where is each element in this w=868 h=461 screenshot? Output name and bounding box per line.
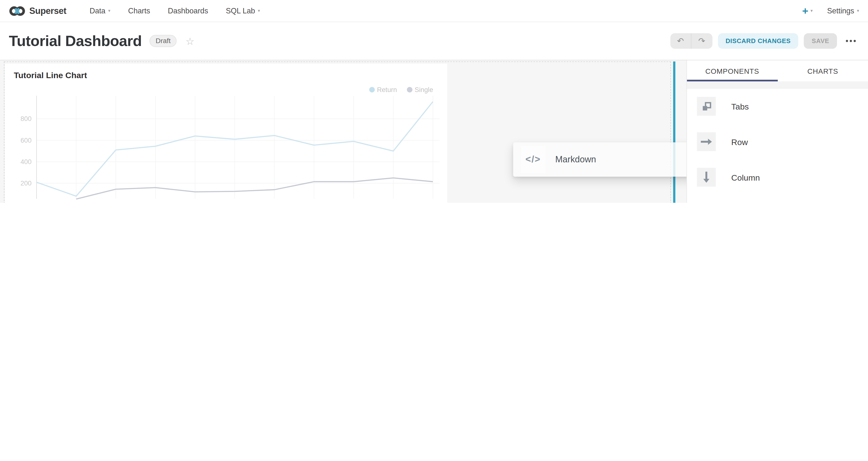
undo-button[interactable]: ↶	[670, 33, 691, 49]
drop-indicator-line	[673, 62, 675, 203]
navbar-right: + ▾ Settings ▾	[802, 6, 859, 16]
chevron-down-icon: ▾	[108, 8, 111, 13]
tab-components[interactable]: COMPONENTS	[687, 60, 777, 81]
sidebar-item-header[interactable]: HHeader	[687, 195, 868, 203]
dashboard-canvas: Tutorial Line Chart ReturnSingle 2004006…	[0, 60, 686, 203]
status-badge: Draft	[149, 35, 177, 47]
sidebar-item-column[interactable]: Column	[687, 159, 868, 195]
sidebar-divider-strip	[687, 81, 868, 89]
favorite-star-icon[interactable]: ☆	[186, 35, 195, 47]
redo-icon: ↷	[699, 36, 706, 46]
redo-button[interactable]: ↷	[691, 33, 712, 49]
line-chart: 200400600800FebruaryMarchAprilMayJuneJul…	[5, 64, 447, 203]
svg-text:800: 800	[21, 115, 32, 122]
builder-sidebar: COMPONENTSCHARTS TabsRowColumnHHeader</>…	[686, 60, 868, 203]
dragged-component-label: Markdown	[555, 155, 596, 164]
plus-icon: +	[802, 6, 808, 16]
brand-name: Superset	[29, 6, 66, 16]
tabs-icon	[697, 97, 716, 116]
svg-text:600: 600	[21, 136, 32, 144]
dashboard-row-1[interactable]: Tutorial Line Chart ReturnSingle 2004006…	[4, 62, 671, 203]
sidebar-item-row[interactable]: Row	[687, 124, 868, 160]
nav-item-dashboards[interactable]: Dashboards	[159, 0, 217, 22]
top-navbar: Superset Data▾ChartsDashboardsSQL Lab▾ +…	[0, 0, 868, 22]
chevron-down-icon: ▾	[857, 8, 859, 13]
nav-item-label: Charts	[128, 7, 150, 15]
markdown-icon: </>	[521, 146, 545, 173]
add-new-button[interactable]: + ▾	[802, 6, 813, 16]
svg-text:400: 400	[21, 158, 32, 165]
nav-item-sql-lab[interactable]: SQL Lab▾	[217, 0, 269, 22]
page-title[interactable]: Tutorial Dashboard	[9, 32, 142, 50]
sidebar-item-label: Tabs	[731, 101, 749, 111]
chart-legend: ReturnSingle	[369, 86, 433, 94]
legend-item-return[interactable]: Return	[369, 86, 397, 94]
column-icon	[697, 168, 716, 186]
nav-item-label: SQL Lab	[226, 7, 255, 15]
nav-item-data[interactable]: Data▾	[81, 0, 119, 22]
header-actions: ↶ ↷ DISCARD CHANGES SAVE	[670, 33, 859, 49]
svg-text:200: 200	[21, 179, 32, 187]
nav-item-label: Dashboards	[168, 7, 208, 15]
settings-menu[interactable]: Settings ▾	[827, 7, 859, 15]
settings-label: Settings	[827, 7, 854, 15]
superset-infinity-icon	[9, 5, 25, 17]
nav-item-charts[interactable]: Charts	[119, 0, 159, 22]
row-icon	[697, 132, 716, 151]
superset-logo[interactable]: Superset	[9, 5, 66, 17]
legend-item-single[interactable]: Single	[407, 86, 433, 94]
superset-dashboard-edit-page: Superset Data▾ChartsDashboardsSQL Lab▾ +…	[0, 0, 868, 203]
line-chart-card[interactable]: Tutorial Line Chart ReturnSingle 2004006…	[5, 64, 447, 203]
dragged-markdown-component[interactable]: </> Markdown	[513, 143, 686, 177]
sidebar-item-label: Column	[731, 173, 760, 182]
sidebar-tabs: COMPONENTSCHARTS	[687, 60, 868, 81]
nav-menus: Data▾ChartsDashboardsSQL Lab▾	[81, 0, 269, 22]
more-options-button[interactable]	[842, 40, 859, 42]
legend-label: Return	[377, 86, 397, 94]
sidebar-item-tabs[interactable]: Tabs	[687, 89, 868, 124]
save-button[interactable]: SAVE	[804, 33, 837, 49]
legend-dot-icon	[369, 87, 375, 92]
undo-icon: ↶	[677, 36, 684, 46]
chevron-down-icon: ▾	[258, 8, 260, 13]
legend-dot-icon	[407, 87, 412, 92]
chart-title: Tutorial Line Chart	[14, 70, 87, 80]
dashboard-header: Tutorial Dashboard Draft ☆ ↶ ↷ DISCARD C…	[0, 22, 868, 60]
sidebar-component-list: TabsRowColumnHHeader</>MarkdownDivider	[687, 89, 868, 203]
chevron-down-icon: ▾	[811, 8, 813, 13]
sidebar-item-label: Row	[731, 137, 748, 147]
undo-redo-group: ↶ ↷	[670, 33, 712, 49]
tab-charts[interactable]: CHARTS	[777, 60, 868, 81]
discard-changes-button[interactable]: DISCARD CHANGES	[718, 33, 798, 49]
legend-label: Single	[415, 86, 433, 94]
nav-item-label: Data	[90, 7, 105, 15]
